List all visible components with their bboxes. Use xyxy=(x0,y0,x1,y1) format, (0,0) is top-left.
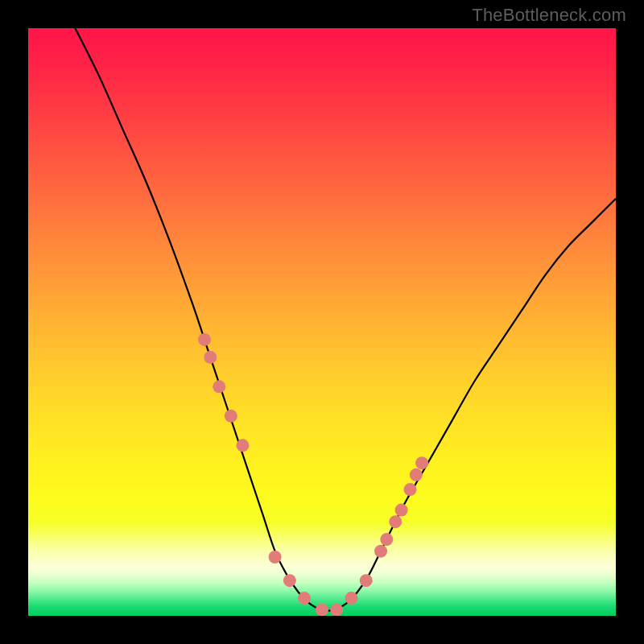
scatter-point xyxy=(360,574,373,587)
scatter-point xyxy=(410,469,423,481)
scatter-point xyxy=(269,551,282,564)
plot-area xyxy=(28,28,616,616)
scatter-point xyxy=(204,351,217,364)
scatter-point xyxy=(374,545,387,558)
watermark-text: TheBottleneck.com xyxy=(472,5,626,26)
scatter-point xyxy=(236,439,249,452)
scatter-point xyxy=(316,604,328,616)
scatter-point xyxy=(198,333,211,346)
scatter-point xyxy=(345,592,358,605)
curve-layer xyxy=(28,28,616,616)
scatter-point xyxy=(415,456,428,469)
bottleneck-curve xyxy=(75,28,616,611)
scatter-point xyxy=(225,410,237,423)
scatter-markers xyxy=(198,333,428,616)
scatter-point xyxy=(298,592,311,605)
chart-frame: TheBottleneck.com xyxy=(0,0,644,644)
scatter-point xyxy=(395,504,408,517)
scatter-point xyxy=(389,515,402,528)
scatter-point xyxy=(330,604,343,616)
scatter-point xyxy=(283,574,296,587)
scatter-point xyxy=(380,533,393,546)
scatter-point xyxy=(404,483,417,496)
scatter-point xyxy=(213,380,225,393)
